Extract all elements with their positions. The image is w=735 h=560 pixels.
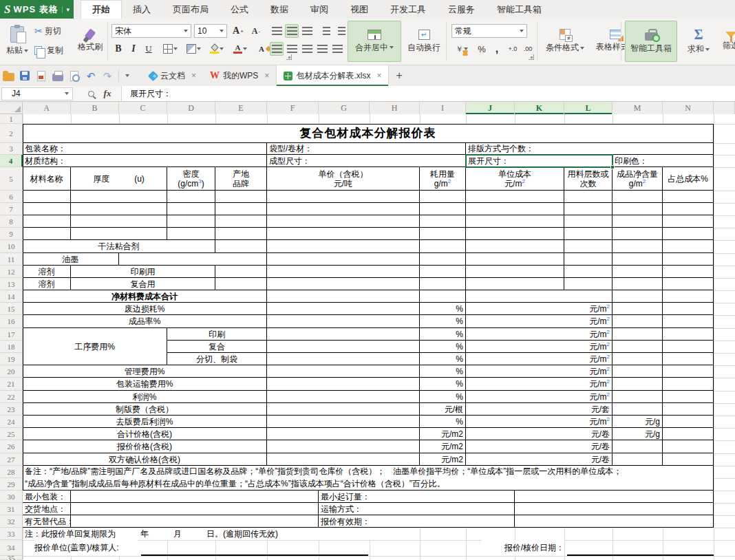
cell-L10[interactable] bbox=[564, 240, 612, 253]
cell-D8[interactable] bbox=[167, 215, 215, 228]
cell-E10[interactable] bbox=[215, 240, 267, 253]
cell-J19[interactable]: 元/m2 bbox=[466, 353, 612, 365]
cell-F3[interactable]: 袋型/卷材： bbox=[267, 143, 466, 155]
cell-A14[interactable]: 净材料费成本合计 bbox=[23, 290, 267, 303]
cell-A25[interactable]: 合计价格(含税) bbox=[23, 428, 267, 440]
cell-D18[interactable]: 复合 bbox=[167, 341, 267, 353]
cell-M16[interactable] bbox=[612, 315, 663, 328]
cell-J14[interactable] bbox=[466, 290, 612, 303]
cell-I18[interactable]: % bbox=[420, 341, 466, 353]
cell-K32[interactable] bbox=[515, 515, 714, 528]
cell-N15[interactable] bbox=[663, 303, 714, 315]
cell-I15[interactable]: % bbox=[420, 303, 466, 315]
increase-indent-button[interactable] bbox=[334, 24, 348, 38]
distributed-button[interactable] bbox=[330, 42, 344, 56]
column-header-A[interactable]: A bbox=[23, 102, 71, 114]
row-header-7[interactable]: 7 bbox=[0, 203, 23, 215]
cell-F23[interactable] bbox=[267, 403, 420, 416]
cell-F13[interactable] bbox=[267, 278, 420, 290]
row-header-2[interactable]: 2 bbox=[0, 124, 23, 143]
font-name-combo[interactable]: 宋体 bbox=[111, 24, 191, 38]
cell-F18[interactable] bbox=[267, 341, 420, 353]
cell-F25[interactable] bbox=[267, 428, 420, 440]
cell-I17[interactable]: % bbox=[420, 328, 466, 341]
cell-M10[interactable] bbox=[612, 240, 663, 253]
cell-D9[interactable] bbox=[167, 228, 215, 240]
cell-M11[interactable] bbox=[612, 253, 663, 266]
insert-function-button[interactable]: fx bbox=[99, 85, 116, 102]
cell-B30[interactable] bbox=[71, 491, 319, 503]
cell-J17[interactable]: 元/m2 bbox=[466, 328, 612, 341]
fill-color-button[interactable] bbox=[206, 42, 227, 56]
cell-K30[interactable] bbox=[515, 491, 714, 503]
cell-F26[interactable] bbox=[267, 440, 420, 453]
cell-A4[interactable]: 材质结构： bbox=[23, 155, 267, 167]
cell-J20[interactable]: 元/m2 bbox=[466, 365, 612, 378]
conditional-format-button[interactable]: 条件格式 bbox=[542, 21, 588, 62]
cell-I12[interactable] bbox=[420, 266, 466, 278]
cell-L11[interactable] bbox=[564, 253, 612, 266]
filter-button[interactable]: 筛选 bbox=[717, 21, 735, 62]
cell-J9[interactable] bbox=[466, 228, 564, 240]
row-header-4[interactable]: 4 bbox=[0, 155, 23, 167]
row-header-27[interactable]: 27 bbox=[0, 453, 23, 466]
cell-G32[interactable]: 报价有效期： bbox=[319, 515, 515, 528]
cell-M20[interactable] bbox=[612, 365, 663, 378]
menu-tab-data[interactable]: 数据 bbox=[259, 0, 299, 19]
align-top-button[interactable] bbox=[270, 24, 284, 38]
cell-K31[interactable] bbox=[515, 503, 714, 515]
cell-F10[interactable] bbox=[267, 240, 420, 253]
name-box[interactable]: J4 bbox=[1, 87, 73, 100]
column-header-blank[interactable] bbox=[714, 102, 735, 114]
cell-E13[interactable] bbox=[215, 278, 267, 290]
cell-A21[interactable]: 包装运输费用% bbox=[23, 378, 267, 391]
menu-tab-smart-toolbox[interactable]: 智能工具箱 bbox=[486, 0, 553, 19]
cell-N23[interactable] bbox=[663, 403, 714, 416]
row-header-9[interactable]: 9 bbox=[0, 228, 23, 240]
cell-J13[interactable] bbox=[466, 278, 564, 290]
cell-F8[interactable] bbox=[267, 215, 420, 228]
cell-B7[interactable] bbox=[71, 203, 167, 215]
cell-I16[interactable]: % bbox=[420, 315, 466, 328]
cell-I25[interactable]: 元/m2 bbox=[420, 428, 466, 440]
percent-style-button[interactable]: % bbox=[475, 42, 489, 56]
cell-F12[interactable] bbox=[267, 266, 420, 278]
cell-F17[interactable] bbox=[267, 328, 420, 341]
menu-tab-home[interactable]: 开始 bbox=[81, 0, 122, 19]
cell-F4[interactable]: 成型尺寸： bbox=[267, 155, 466, 167]
currency-style-button[interactable]: ￥ bbox=[451, 42, 472, 56]
row-header-15[interactable]: 15 bbox=[0, 303, 23, 315]
column-header-I[interactable]: I bbox=[420, 102, 466, 114]
cell-L9[interactable] bbox=[564, 228, 612, 240]
cell-I5[interactable]: 耗用量g/m2 bbox=[420, 167, 466, 191]
cell-M8[interactable] bbox=[612, 215, 663, 228]
column-header-D[interactable]: D bbox=[167, 102, 215, 114]
cell-I20[interactable]: % bbox=[420, 365, 466, 378]
cell-M4[interactable]: 印刷色： bbox=[612, 155, 714, 167]
cell-D5[interactable]: 密度(g/cm3) bbox=[167, 167, 215, 191]
cell-I8[interactable] bbox=[420, 215, 466, 228]
cell-I24[interactable]: % bbox=[420, 416, 466, 428]
cell-J6[interactable] bbox=[466, 191, 564, 203]
number-dialog-launcher[interactable] bbox=[529, 54, 534, 60]
quickbar-dropdown[interactable] bbox=[122, 67, 133, 84]
cell-B6[interactable] bbox=[71, 191, 167, 203]
row-header-35[interactable]: 35 bbox=[0, 556, 23, 560]
cell-J21[interactable]: 元/m2 bbox=[466, 378, 612, 391]
row-header-16[interactable]: 16 bbox=[0, 315, 23, 328]
decrease-font-button[interactable]: A- bbox=[249, 24, 263, 38]
cell-N17[interactable] bbox=[663, 328, 714, 341]
cell-A3[interactable]: 包装名称： bbox=[23, 143, 267, 155]
save-button[interactable] bbox=[17, 67, 33, 84]
logo-dropdown-icon[interactable]: ▾ bbox=[62, 6, 70, 13]
row-header-31[interactable]: 31 bbox=[0, 503, 23, 515]
row-header-23[interactable]: 23 bbox=[0, 403, 23, 416]
menu-tab-review[interactable]: 审阅 bbox=[299, 0, 339, 19]
cell-E9[interactable] bbox=[215, 228, 267, 240]
cell-F22[interactable] bbox=[267, 391, 420, 403]
cell-D6[interactable] bbox=[167, 191, 215, 203]
cell-N7[interactable] bbox=[663, 203, 714, 215]
cell-E6[interactable] bbox=[215, 191, 267, 203]
cell-M17[interactable] bbox=[612, 328, 663, 341]
row-header-12[interactable]: 12 bbox=[0, 266, 23, 278]
